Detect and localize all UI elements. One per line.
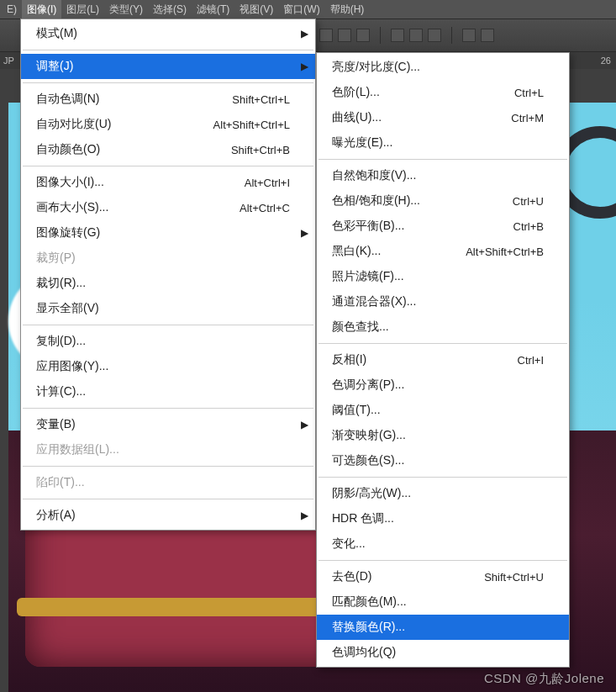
- menu-image-item[interactable]: 自动颜色(O)Shift+Ctrl+B: [21, 137, 315, 162]
- menu-item-shortcut: Shift+Ctrl+L: [232, 93, 290, 106]
- menu-image-item[interactable]: 复制(D)...: [21, 329, 315, 354]
- menu-adjust-item[interactable]: 颜色查找...: [317, 314, 569, 340]
- distribute-v-icon[interactable]: [409, 29, 423, 42]
- menu-adjust-item[interactable]: 亮度/对比度(C)...: [317, 55, 569, 80]
- menubar-item[interactable]: 帮助(H): [325, 0, 370, 19]
- menu-item-label: 色阶(L)...: [332, 85, 514, 100]
- more-options-icon[interactable]: [462, 29, 476, 42]
- menubar-item[interactable]: 图层(L): [61, 0, 104, 19]
- menu-separator: [23, 325, 313, 325]
- menu-image-item[interactable]: 模式(M)▶: [21, 21, 315, 46]
- menu-separator: [319, 159, 567, 160]
- menu-item-label: 阴影/高光(W)...: [332, 486, 544, 501]
- separator: [451, 27, 452, 44]
- menu-image-item[interactable]: 图像大小(I)...Alt+Ctrl+I: [21, 170, 315, 195]
- menu-adjust-item[interactable]: 去色(D)Shift+Ctrl+U: [317, 564, 569, 589]
- menubar-item[interactable]: 窗口(W): [278, 0, 324, 19]
- watermark-text: CSDN @九龄Jolene: [484, 671, 604, 687]
- menu-separator: [319, 560, 567, 561]
- separator: [380, 27, 381, 44]
- menu-adjust-item[interactable]: 阈值(T)...: [317, 398, 569, 423]
- menu-item-label: 应用图像(Y)...: [36, 359, 290, 374]
- menu-adjust-item[interactable]: 曝光度(E)...: [317, 130, 569, 156]
- menu-image-item[interactable]: 画布大小(S)...Alt+Ctrl+C: [21, 195, 315, 220]
- menu-adjust-item[interactable]: 色彩平衡(B)...Ctrl+B: [317, 214, 569, 239]
- menu-adjust-item[interactable]: 渐变映射(G)...: [317, 423, 569, 448]
- menu-item-label: 变化...: [332, 536, 544, 552]
- menu-adjust-item[interactable]: HDR 色调...: [317, 506, 569, 531]
- menubar-item[interactable]: 图像(I): [22, 0, 61, 19]
- menu-adjust-item[interactable]: 反相(I)Ctrl+I: [317, 347, 569, 372]
- menu-item-shortcut: Ctrl+I: [518, 354, 544, 367]
- menu-image-item[interactable]: 裁切(R)...: [21, 271, 315, 296]
- menu-separator: [23, 82, 313, 83]
- menu-adjust-item[interactable]: 黑白(K)...Alt+Shift+Ctrl+B: [317, 239, 569, 264]
- menu-item-label: 裁剪(P): [36, 251, 290, 266]
- menu-item-label: 匹配颜色(M)...: [332, 594, 544, 610]
- menu-adjust-item[interactable]: 变化...: [317, 531, 569, 557]
- menu-image-item[interactable]: 显示全部(V): [21, 296, 315, 321]
- menu-adjust-item[interactable]: 替换颜色(R)...: [317, 615, 569, 640]
- menu-adjust-item[interactable]: 匹配颜色(M)...: [317, 589, 569, 615]
- menu-item-label: 通道混合器(X)...: [332, 294, 544, 309]
- menu-item-label: 渐变映射(G)...: [332, 428, 544, 443]
- menubar-item[interactable]: E): [2, 1, 22, 18]
- menu-adjust-item[interactable]: 曲线(U)...Ctrl+M: [317, 105, 569, 130]
- distribute-icon[interactable]: [428, 29, 441, 42]
- more-options-icon[interactable]: [481, 29, 494, 42]
- menu-item-shortcut: Shift+Ctrl+U: [484, 571, 544, 584]
- align-center-icon[interactable]: [338, 29, 351, 42]
- menu-image-item: 陷印(T)...: [21, 470, 315, 495]
- menu-item-shortcut: Alt+Shift+Ctrl+L: [213, 119, 290, 131]
- menu-item-label: 自动对比度(U): [36, 117, 213, 132]
- menu-item-label: 色调分离(P)...: [332, 378, 544, 393]
- menu-adjust-item[interactable]: 色相/饱和度(H)...Ctrl+U: [317, 188, 569, 214]
- menu-item-label: 分析(A): [36, 508, 290, 523]
- menu-adjust-item[interactable]: 自然饱和度(V)...: [317, 163, 569, 188]
- menu-image-item[interactable]: 图像旋转(G)▶: [21, 220, 315, 246]
- menubar-item[interactable]: 类型(Y): [104, 0, 148, 19]
- menu-image-item[interactable]: 自动对比度(U)Alt+Shift+Ctrl+L: [21, 112, 315, 137]
- align-left-icon[interactable]: [319, 29, 333, 42]
- menu-image-item[interactable]: 应用图像(Y)...: [21, 354, 315, 379]
- distribute-h-icon[interactable]: [391, 29, 404, 42]
- menu-image-item[interactable]: 分析(A)▶: [21, 503, 315, 528]
- menu-item-label: 模式(M): [36, 26, 290, 41]
- menu-item-label: 显示全部(V): [36, 301, 290, 316]
- value-readout: 26: [601, 55, 611, 66]
- menu-item-label: HDR 色调...: [332, 511, 544, 526]
- menu-separator: [319, 343, 567, 344]
- menu-image-item[interactable]: 计算(C)...: [21, 379, 315, 404]
- menubar-item[interactable]: 选择(S): [148, 0, 192, 19]
- menu-item-label: 图像大小(I)...: [36, 175, 245, 190]
- menu-item-label: 应用数据组(L)...: [36, 442, 290, 457]
- menubar-item[interactable]: 滤镜(T): [192, 0, 234, 19]
- menu-image-item[interactable]: 自动色调(N)Shift+Ctrl+L: [21, 87, 315, 112]
- menu-adjust-item[interactable]: 阴影/高光(W)...: [317, 481, 569, 506]
- menu-adjust-item[interactable]: 通道混合器(X)...: [317, 289, 569, 314]
- menubar-item[interactable]: 视图(V): [234, 0, 278, 19]
- chevron-right-icon: ▶: [301, 227, 308, 239]
- menu-item-label: 黑白(K)...: [332, 244, 466, 259]
- menu-item-label: 图像旋转(G): [36, 225, 290, 240]
- menu-item-label: 自动颜色(O): [36, 142, 231, 157]
- align-right-icon[interactable]: [356, 29, 370, 42]
- menu-item-label: 替换颜色(R)...: [332, 620, 544, 635]
- menu-item-label: 曲线(U)...: [332, 110, 511, 125]
- menu-adjust-item[interactable]: 照片滤镜(F)...: [317, 264, 569, 289]
- menu-separator: [23, 466, 313, 467]
- menu-item-label: 可选颜色(S)...: [332, 453, 544, 468]
- menu-image-item[interactable]: 变量(B)▶: [21, 412, 315, 437]
- menu-adjust-item[interactable]: 色阶(L)...Ctrl+L: [317, 80, 569, 105]
- menu-adjust-item[interactable]: 色调分离(P)...: [317, 372, 569, 398]
- menu-item-label: 亮度/对比度(C)...: [332, 60, 544, 75]
- menu-adjust-item[interactable]: 色调均化(Q): [317, 640, 569, 665]
- menu-item-shortcut: Alt+Shift+Ctrl+B: [466, 246, 544, 258]
- menu-adjust-item[interactable]: 可选颜色(S)...: [317, 448, 569, 473]
- menubar: E)图像(I)图层(L)类型(Y)选择(S)滤镜(T)视图(V)窗口(W)帮助(…: [0, 0, 616, 18]
- menu-separator: [23, 50, 313, 50]
- menu-item-label: 曝光度(E)...: [332, 135, 544, 151]
- menu-item-shortcut: Ctrl+M: [511, 112, 544, 124]
- menu-image-item[interactable]: 调整(J)▶: [21, 54, 315, 79]
- menu-item-label: 颜色查找...: [332, 320, 544, 335]
